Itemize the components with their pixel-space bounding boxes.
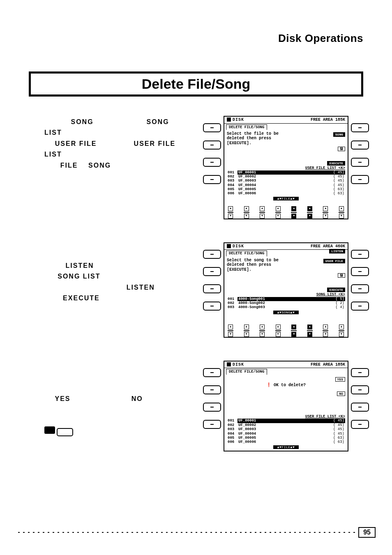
floppy-icon bbox=[227, 362, 231, 366]
list-row[interactable]: 006UF_00006( 63) bbox=[227, 440, 345, 444]
hardware-button-right[interactable] bbox=[351, 175, 369, 184]
lcd-prompt: Select the song to be deleted then press… bbox=[227, 258, 279, 272]
list-pager[interactable]: ▲▼FILE▲▼ bbox=[273, 197, 299, 200]
free-area-label: FREE AREA 185K bbox=[311, 362, 345, 367]
file-list: 001UF_00001( 45)002UF_00002( 45)003UF_00… bbox=[227, 419, 345, 444]
data-knob[interactable]: ▲▼ bbox=[322, 325, 329, 337]
list-title: USER FILE LIST <K> bbox=[227, 166, 345, 170]
data-knob[interactable]: ▲▼ bbox=[258, 206, 266, 219]
instruction-line: SONG LIST bbox=[44, 271, 196, 282]
data-knob[interactable]: ▲▼ bbox=[227, 206, 234, 219]
soft-button[interactable]: NO bbox=[337, 391, 345, 396]
hardware-button-left[interactable] bbox=[203, 140, 221, 150]
list-row[interactable]: 005UF_00005( 63) bbox=[227, 187, 345, 191]
section-header: Disk Operations bbox=[278, 32, 363, 45]
data-knob[interactable]: ▲▼ bbox=[274, 325, 282, 337]
hardware-button-left[interactable] bbox=[203, 368, 221, 377]
soft-button[interactable]: USER FILE bbox=[323, 259, 345, 263]
knob-row: ▲▼▲▼▲▼▲▼▲▼▲▼▲▼▲▼ bbox=[224, 204, 348, 219]
page-title: Delete File/Song bbox=[142, 76, 251, 92]
data-knob[interactable]: ▲▼ bbox=[322, 206, 329, 219]
hardware-button-right[interactable] bbox=[351, 302, 369, 311]
lcd-tab: DELETE FILE/SONG bbox=[226, 369, 267, 374]
hardware-button-left[interactable] bbox=[203, 403, 221, 412]
floppy-icon bbox=[227, 244, 231, 248]
soft-button[interactable]: EXECUTE bbox=[327, 161, 345, 166]
hardware-button-right[interactable] bbox=[351, 123, 369, 132]
hardware-button-right[interactable] bbox=[351, 250, 369, 259]
data-knob[interactable]: ▲▼ bbox=[227, 325, 234, 337]
listen-button[interactable]: LISTEN bbox=[329, 249, 345, 253]
free-area-label: FREE AREA 185K bbox=[311, 117, 345, 122]
screen-with-buttons: DISKFREE AREA 460KDELETE FILE/SONGUSER F… bbox=[203, 242, 369, 338]
floppy-icon bbox=[227, 117, 231, 122]
hardware-button-right[interactable] bbox=[351, 267, 369, 276]
data-knob[interactable]: ▲▼ bbox=[243, 325, 250, 337]
hardware-button-left[interactable] bbox=[203, 302, 221, 311]
list-row[interactable]: 002UF_00002( 45) bbox=[227, 423, 345, 427]
instruction-line: LISTEN bbox=[44, 260, 196, 271]
hardware-button-right[interactable] bbox=[351, 403, 369, 412]
list-row[interactable]: 005UF_00005( 63) bbox=[227, 436, 345, 440]
hardware-button-left[interactable] bbox=[203, 284, 221, 293]
hardware-button-right[interactable] bbox=[351, 284, 369, 293]
instruction-column: SONG SONGLIST USER FILE USER FILELIST FI… bbox=[38, 96, 203, 514]
data-knob[interactable]: ▲▼ bbox=[338, 206, 345, 219]
soft-button[interactable]: SONG bbox=[333, 132, 345, 137]
soft-button[interactable]: EXECUTE bbox=[327, 288, 345, 292]
instruction-line: SONG SONG bbox=[44, 117, 196, 127]
hardware-button-left[interactable] bbox=[203, 250, 221, 259]
lcd-screen: DISKFREE AREA 185KDELETE FILE/SONGYESNO❗… bbox=[224, 361, 348, 451]
hardware-button-left[interactable] bbox=[203, 175, 221, 184]
file-list: 001UF_00001( 45)002UF_00002( 45)003UF_00… bbox=[227, 170, 345, 196]
lcd-disk-label: DISK bbox=[227, 244, 244, 249]
lcd-prompt: Select the file to be deleted then press… bbox=[227, 131, 279, 146]
list-row[interactable]: 002UF_00002( 45) bbox=[227, 175, 345, 179]
hardware-button-right[interactable] bbox=[351, 420, 369, 429]
data-knob[interactable]: ▲▼ bbox=[258, 325, 266, 337]
instruction-line: YES NO bbox=[44, 394, 196, 404]
screens-column: DISKFREE AREA 185KDELETE FILE/SONGSONG🖫E… bbox=[203, 96, 369, 514]
instruction-block: LISTEN SONG LIST LISTEN EXECUTE bbox=[44, 260, 196, 304]
list-row[interactable]: 006UF_00006( 63) bbox=[227, 191, 345, 196]
data-knob[interactable]: ▲▼ bbox=[306, 206, 314, 219]
list-row[interactable]: 004UF_00004( 45) bbox=[227, 183, 345, 187]
list-row[interactable]: 001UF_00001( 45) bbox=[227, 419, 345, 423]
soft-button[interactable]: YES bbox=[335, 377, 345, 382]
data-knob[interactable]: ▲▼ bbox=[290, 325, 297, 337]
data-knob[interactable]: ▲▼ bbox=[243, 206, 250, 219]
hardware-button-left[interactable] bbox=[203, 267, 221, 276]
data-knob[interactable]: ▲▼ bbox=[290, 206, 297, 219]
hardware-button-left[interactable] bbox=[203, 385, 221, 394]
list-title: SONG LIST <K> bbox=[227, 292, 345, 297]
lcd-screen: DISKFREE AREA 185KDELETE FILE/SONGSONG🖫E… bbox=[224, 116, 348, 219]
data-knob[interactable]: ▲▼ bbox=[274, 206, 282, 219]
list-row[interactable]: 001UF_00001( 45) bbox=[227, 170, 345, 175]
list-row[interactable]: 0034000-Song003( 4) bbox=[227, 305, 345, 309]
list-pager[interactable]: ▲▼FILE▲▼ bbox=[273, 445, 299, 449]
data-knob[interactable]: ▲▼ bbox=[338, 325, 345, 337]
data-knob[interactable]: ▲▼ bbox=[306, 325, 314, 337]
list-row[interactable]: 0014000-Song001( 5) bbox=[227, 297, 345, 301]
hardware-button-right[interactable] bbox=[351, 368, 369, 377]
hardware-button-right[interactable] bbox=[351, 158, 369, 167]
confirm-prompt: ❗ OK to delete? bbox=[227, 376, 345, 394]
list-pager[interactable]: ▲▼SONG▲▼ bbox=[273, 311, 299, 314]
instruction-line: EXECUTE bbox=[44, 293, 196, 304]
instruction-block: YES NO bbox=[44, 394, 196, 438]
hardware-button-right[interactable] bbox=[351, 140, 369, 150]
list-row[interactable]: 003UF_00003( 45) bbox=[227, 179, 345, 183]
hardware-button-right[interactable] bbox=[351, 385, 369, 394]
lcd-screen: DISKFREE AREA 460KDELETE FILE/SONGUSER F… bbox=[224, 242, 348, 338]
hardware-button-left[interactable] bbox=[203, 123, 221, 132]
lcd-disk-label: DISK bbox=[227, 362, 244, 367]
hardware-button-left[interactable] bbox=[203, 158, 221, 167]
list-row[interactable]: 004UF_00004( 45) bbox=[227, 432, 345, 436]
hardware-button-left[interactable] bbox=[203, 420, 221, 429]
soft-button[interactable]: 🖫 bbox=[338, 273, 345, 278]
soft-button[interactable]: 🖫 bbox=[338, 147, 345, 151]
list-row[interactable]: 0024000-Song002( 2) bbox=[227, 301, 345, 305]
lcd-disk-label: DISK bbox=[227, 117, 244, 122]
list-row[interactable]: 003UF_00003( 45) bbox=[227, 427, 345, 431]
instruction-line: LIST bbox=[44, 127, 196, 138]
